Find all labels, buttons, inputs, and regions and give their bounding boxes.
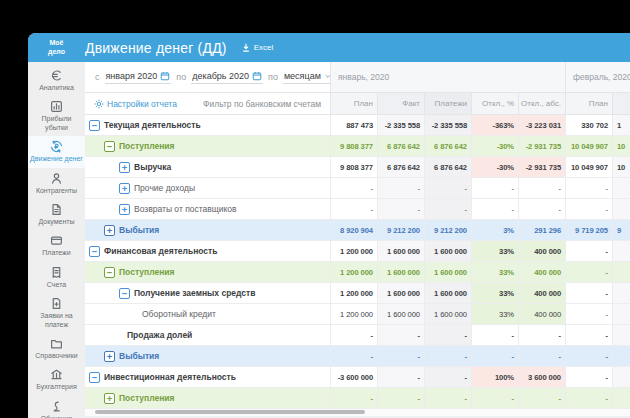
download-icon <box>241 43 251 53</box>
app-logo-line1: Моё <box>28 39 85 47</box>
filter-band: с января 2020 по декабрь 2020 <box>85 62 630 93</box>
row-label: Выбытия <box>119 225 159 235</box>
column-header: Откл., абс. <box>518 93 565 114</box>
bank-accounts-filter-button[interactable]: Фильтр по банковским счетам <box>203 99 321 109</box>
sidebar-item-5[interactable]: Документы <box>28 199 85 230</box>
expand-toggle-icon[interactable]: + <box>104 393 115 404</box>
table-row: −Финансовая деятельность1 200 0001 600 0… <box>85 241 630 262</box>
sidebar-item-2[interactable]: Прибыли убытки <box>28 96 85 136</box>
value-cell: - <box>565 241 612 261</box>
sidebar-item-4[interactable]: Контрагенты <box>28 168 85 199</box>
value-cell: - <box>471 178 518 198</box>
sidebar-item-10[interactable]: Бухгалтерия <box>28 364 85 395</box>
row-label-cell: −Инвестиционная деятельность <box>85 367 330 387</box>
main-area: АналитикаПрибыли убытки₽Движение денегКо… <box>28 62 630 418</box>
column-header: Платежи <box>424 93 471 114</box>
payment-requests-icon <box>50 297 63 310</box>
report-table: −Текущая деятельность887 473-2 335 558-2… <box>85 115 630 409</box>
value-cell: - <box>518 178 565 198</box>
value-cell <box>612 241 630 261</box>
value-cell: -2 335 558 <box>424 115 471 135</box>
collapse-toggle-icon[interactable]: − <box>104 267 115 278</box>
app-logo[interactable]: Моё дело <box>28 39 85 55</box>
value-cell: - <box>330 178 377 198</box>
value-cell: 9 719 205 <box>565 220 612 240</box>
sidebar-item-label: Контрагенты <box>36 187 77 195</box>
value-cell: - <box>424 388 471 408</box>
sidebar-item-8[interactable]: Заявки на платеж <box>28 293 85 333</box>
sidebar-item-label: Бухгалтерия <box>36 383 76 391</box>
value-cell: - <box>565 304 612 324</box>
value-cell <box>612 325 630 345</box>
expand-toggle-icon[interactable]: + <box>104 225 115 236</box>
column-header: Откл., % <box>471 93 518 114</box>
value-cell: 6 876 642 <box>424 136 471 156</box>
value-cell: 1 200 000 <box>330 304 377 324</box>
sidebar-item-1[interactable]: Аналитика <box>28 65 85 96</box>
row-label: Выручка <box>134 162 171 172</box>
value-cell: - <box>330 199 377 219</box>
value-cell: - <box>518 346 565 366</box>
expand-toggle-icon[interactable]: + <box>119 162 130 173</box>
sidebar-item-3[interactable]: ₽Движение денег <box>28 136 85 167</box>
documents-icon <box>50 203 63 216</box>
collapse-toggle-icon[interactable]: − <box>89 120 100 131</box>
date-to-picker[interactable]: декабрь 2020 <box>191 70 263 84</box>
value-cell: 1 600 000 <box>424 283 471 303</box>
sidebar: АналитикаПрибыли убытки₽Движение денегКо… <box>28 62 85 418</box>
row-label: Продажа долей <box>127 330 192 340</box>
row-label: Получение заемных средств <box>134 288 256 298</box>
value-cell: - <box>565 262 612 282</box>
analytics-icon <box>50 69 63 82</box>
calendar-icon <box>252 71 262 81</box>
expand-toggle-icon[interactable]: + <box>119 183 130 194</box>
value-cell: - <box>471 325 518 345</box>
period-select[interactable]: месяцам <box>283 70 333 84</box>
period-label: по <box>268 72 278 82</box>
value-cell: - <box>565 283 612 303</box>
value-cell: - <box>565 325 612 345</box>
value-cell: -2 335 558 <box>377 115 424 135</box>
report-settings-button[interactable]: Настройки отчета <box>94 99 177 109</box>
column-header <box>612 93 630 114</box>
value-cell <box>612 178 630 198</box>
sidebar-item-label: Движение денег <box>30 155 83 163</box>
collapse-toggle-icon[interactable]: − <box>104 141 115 152</box>
excel-download-button[interactable]: Excel <box>241 43 274 53</box>
value-cell: -3 600 000 <box>330 367 377 387</box>
sidebar-item-label: Платежи <box>42 249 70 257</box>
sidebar-item-11[interactable]: Обучение <box>28 396 85 418</box>
invoices-icon <box>50 266 63 279</box>
profit-loss-icon <box>50 100 63 113</box>
value-cell <box>612 388 630 408</box>
value-cell: 6 876 642 <box>377 136 424 156</box>
collapse-toggle-icon[interactable]: − <box>89 372 100 383</box>
sidebar-item-label: Аналитика <box>39 84 74 92</box>
table-row: −Поступления1 200 0001 600 0001 600 0003… <box>85 262 630 283</box>
date-from-picker[interactable]: января 2020 <box>105 70 172 84</box>
sidebar-item-7[interactable]: Счета <box>28 262 85 293</box>
value-cell: 1 600 000 <box>377 241 424 261</box>
payments-icon <box>50 234 63 247</box>
value-cell: - <box>565 199 612 219</box>
sidebar-item-6[interactable]: Платежи <box>28 230 85 261</box>
excel-label: Excel <box>254 43 274 52</box>
to-label: по <box>176 72 186 82</box>
table-row: −Инвестиционная деятельность-3 600 000--… <box>85 367 630 388</box>
sidebar-item-9[interactable]: Справочники <box>28 333 85 364</box>
collapse-toggle-icon[interactable]: − <box>89 246 100 257</box>
table-row: −Поступления9 808 3776 876 6426 876 642-… <box>85 136 630 157</box>
expand-toggle-icon[interactable]: + <box>119 204 130 215</box>
date-from-value: января 2020 <box>106 71 158 81</box>
horizontal-scrollbar-track[interactable] <box>85 409 630 416</box>
table-row: +Выбытия------ <box>85 346 630 367</box>
row-label-cell: +Выбытия <box>85 220 330 240</box>
collapse-toggle-icon[interactable]: − <box>119 288 130 299</box>
expand-toggle-icon[interactable]: + <box>104 351 115 362</box>
value-cell: - <box>377 388 424 408</box>
horizontal-scrollbar-thumb[interactable] <box>95 410 365 414</box>
month-group-header: февраль, 2020 <box>565 62 630 92</box>
value-cell: -3 223 031 <box>518 115 565 135</box>
value-cell: - <box>377 178 424 198</box>
column-header: Факт <box>377 93 424 114</box>
